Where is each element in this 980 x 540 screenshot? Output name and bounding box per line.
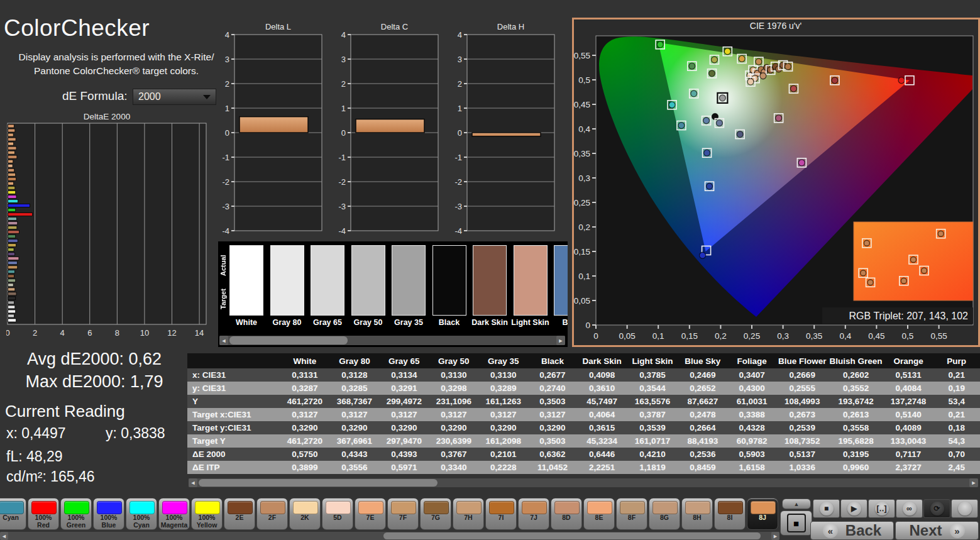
patch-button-label: 100% Green <box>61 514 91 529</box>
table-scrollbar[interactable]: ◄ ► <box>189 478 978 487</box>
svg-text:0,55: 0,55 <box>930 331 947 341</box>
patch-button-100-blue[interactable]: 100% Blue <box>93 498 124 530</box>
table-cell: 0,3291 <box>379 382 429 395</box>
swatch-dark-skin[interactable] <box>473 245 507 316</box>
collapse-up-button[interactable]: ▲ <box>782 499 811 509</box>
svg-text:8: 8 <box>115 328 119 338</box>
svg-text:14: 14 <box>195 328 204 338</box>
patch-button-8h[interactable]: 8H <box>681 498 713 530</box>
patch-button-2e[interactable]: 2E <box>224 498 255 530</box>
scroll-right-icon[interactable]: ► <box>556 336 565 345</box>
patch-button-5d[interactable]: 5D <box>322 498 353 530</box>
scroll-right-icon[interactable]: ► <box>771 532 779 540</box>
current-cdm2: cd/m²: 165,46 <box>6 468 95 485</box>
blank-button[interactable] <box>951 499 978 518</box>
column-header: Gray 65 <box>379 353 429 368</box>
svg-text:0: 0 <box>458 128 462 138</box>
patch-button-7g[interactable]: 7G <box>420 498 451 530</box>
patch-button-8f[interactable]: 8F <box>616 498 647 530</box>
svg-text:RGB Triplet: 207, 143, 102: RGB Triplet: 207, 143, 102 <box>849 311 969 321</box>
color-chip <box>358 501 383 514</box>
patch-button-8j[interactable]: 8J <box>747 498 778 530</box>
swatch-light-skin[interactable] <box>514 245 548 316</box>
patch-button-7i[interactable]: 7I <box>485 498 517 530</box>
column-header: Gray 80 <box>329 353 379 368</box>
svg-text:3: 3 <box>225 55 229 64</box>
swatch-scrollbar[interactable]: ◄ ► <box>219 336 565 345</box>
patch-button-100-cyan[interactable]: 100% Cyan <box>126 498 157 530</box>
swatch-gray-80[interactable] <box>270 245 304 316</box>
patch-button-8g[interactable]: 8G <box>649 498 680 530</box>
table-cell: 0,3787 <box>627 408 678 421</box>
table-cell: 45,7497 <box>577 395 627 408</box>
swatch-white[interactable] <box>229 245 263 316</box>
patch-button-100-yellow[interactable]: 100% Yellow <box>191 498 223 530</box>
scroll-left-icon[interactable]: ◄ <box>0 532 8 540</box>
stop-button[interactable]: ■ <box>813 499 840 518</box>
next-button[interactable]: Next » <box>895 521 979 540</box>
swatch-gray-50[interactable] <box>351 245 385 316</box>
refresh-button[interactable]: ⟳ <box>923 499 950 518</box>
svg-text:0: 0 <box>6 328 10 338</box>
color-chip <box>554 501 580 514</box>
color-chip <box>162 501 187 514</box>
svg-text:2: 2 <box>225 79 229 89</box>
patch-button-8i[interactable]: 8I <box>714 498 746 530</box>
table-cell: 61,0031 <box>727 395 776 408</box>
table-cell: 0,3127 <box>280 408 329 421</box>
svg-text:-1: -1 <box>454 153 462 162</box>
table-cell: 0,2740 <box>528 382 576 395</box>
color-chip <box>228 501 253 514</box>
swatch-gray-35[interactable] <box>392 245 426 316</box>
table-cell: 0,3298 <box>429 382 478 395</box>
svg-text:0: 0 <box>341 128 346 138</box>
swatch-label: Gray 80 <box>265 318 309 327</box>
patch-button-7f[interactable]: 7F <box>387 498 419 530</box>
toolbar-scrollbar[interactable]: ◄ ► <box>0 532 779 540</box>
patch-button-8d[interactable]: 8D <box>551 498 582 530</box>
back-button[interactable]: « Back <box>810 521 894 540</box>
patch-button-cyan[interactable]: Cyan <box>0 498 26 530</box>
swatch-gray-65[interactable] <box>311 245 344 316</box>
table-cell: 133,0043 <box>884 434 933 448</box>
patch-button-2f[interactable]: 2F <box>256 498 288 530</box>
patch-button-8e[interactable]: 8E <box>583 498 615 530</box>
patch-button-2k[interactable]: 2K <box>289 498 321 530</box>
toolbar-scrollbar-thumb[interactable] <box>383 532 761 539</box>
patch-button-100-red[interactable]: 100% Red <box>28 498 59 530</box>
patch-button-7j[interactable]: 7J <box>518 498 549 530</box>
color-chip <box>718 501 743 514</box>
loop-button[interactable]: ∞ <box>896 499 923 518</box>
svg-text:-2: -2 <box>454 177 462 187</box>
patch-button-7h[interactable]: 7H <box>453 498 484 530</box>
swatch-scrollbar-thumb[interactable] <box>229 336 348 344</box>
play-button[interactable]: ▶ <box>840 499 867 518</box>
table-cell: 0,4393 <box>379 448 429 461</box>
patch-button-label: 100% Blue <box>94 514 124 529</box>
table-cell: 161,2098 <box>478 434 528 448</box>
patch-button-7e[interactable]: 7E <box>355 498 386 530</box>
patch-button-100-magenta[interactable]: 100% Magenta <box>158 498 190 530</box>
table-cell: 0,5140 <box>884 408 933 421</box>
color-chip <box>195 501 220 514</box>
scroll-right-icon[interactable]: ► <box>969 478 978 487</box>
swatch-black[interactable] <box>432 245 466 316</box>
svg-text:0,5: 0,5 <box>578 75 590 85</box>
svg-text:0,15: 0,15 <box>574 247 590 256</box>
stop-measure-button[interactable]: ■ <box>780 510 812 536</box>
scroll-left-icon[interactable]: ◄ <box>219 336 228 345</box>
table-cell: 195,6828 <box>829 434 884 448</box>
color-chip <box>489 501 514 514</box>
column-header: Black <box>528 353 576 368</box>
range-button[interactable]: [‥] <box>868 499 895 518</box>
svg-text:Delta L: Delta L <box>265 22 291 31</box>
table-scrollbar-thumb[interactable] <box>199 479 438 487</box>
delta-l-chart: Delta L43210-1-2-3-4 <box>217 21 325 240</box>
de-formula-dropdown[interactable]: 2000 <box>133 89 216 105</box>
scroll-left-icon[interactable]: ◄ <box>189 478 197 487</box>
patch-button-100-green[interactable]: 100% Green <box>60 498 92 530</box>
color-chip <box>260 501 285 514</box>
swatch-blue[interactable] <box>554 245 568 316</box>
table-cell: 0,18 <box>933 421 980 434</box>
table-cell: 0,4210 <box>627 448 678 461</box>
